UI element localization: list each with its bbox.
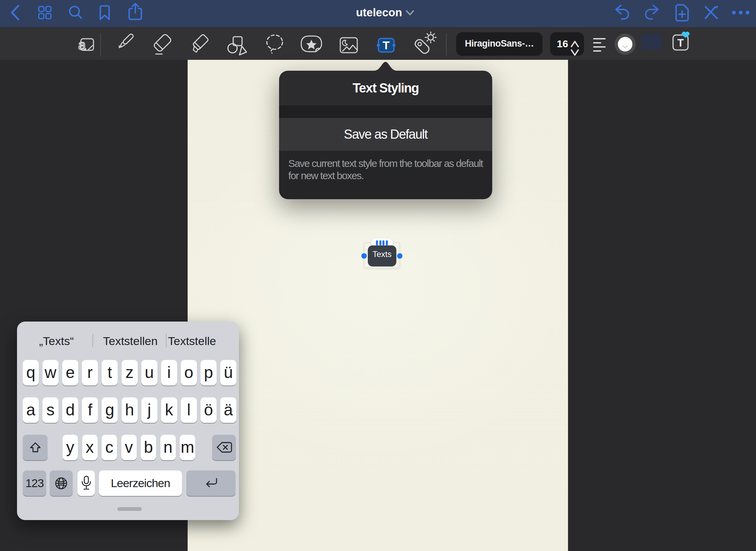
- svg-text:T: T: [383, 39, 390, 52]
- svg-text:a: a: [78, 37, 86, 52]
- svg-text:T: T: [677, 37, 684, 49]
